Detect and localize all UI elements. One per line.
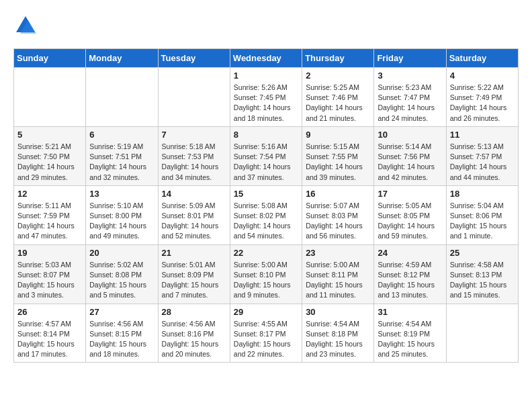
day-number: 22 (234, 248, 298, 258)
calendar-cell: 28Sunrise: 4:56 AMSunset: 8:16 PMDayligh… (158, 304, 230, 363)
calendar-cell: 19Sunrise: 5:03 AMSunset: 8:07 PMDayligh… (14, 244, 86, 304)
weekday-header: Thursday (302, 49, 374, 68)
day-info: Sunrise: 5:02 AMSunset: 8:08 PMDaylight:… (89, 260, 154, 301)
calendar-cell: 6Sunrise: 5:19 AMSunset: 7:51 PMDaylight… (86, 126, 158, 185)
day-number: 2 (306, 71, 370, 81)
calendar-cell: 29Sunrise: 4:55 AMSunset: 8:17 PMDayligh… (230, 304, 302, 363)
calendar-cell: 26Sunrise: 4:57 AMSunset: 8:14 PMDayligh… (14, 304, 86, 363)
calendar-cell: 14Sunrise: 5:09 AMSunset: 8:01 PMDayligh… (158, 185, 230, 244)
day-number: 26 (17, 307, 82, 317)
calendar-cell: 23Sunrise: 5:00 AMSunset: 8:11 PMDayligh… (302, 244, 374, 304)
calendar-cell: 27Sunrise: 4:56 AMSunset: 8:15 PMDayligh… (86, 304, 158, 363)
day-number: 9 (306, 130, 370, 140)
calendar-body: 1Sunrise: 5:26 AMSunset: 7:45 PMDaylight… (14, 68, 519, 363)
day-number: 19 (17, 248, 82, 258)
calendar-cell: 16Sunrise: 5:07 AMSunset: 8:03 PMDayligh… (302, 185, 374, 244)
logo (13, 13, 42, 38)
day-info: Sunrise: 5:23 AMSunset: 7:47 PMDaylight:… (378, 83, 442, 124)
day-number: 6 (89, 130, 154, 140)
day-number: 14 (162, 189, 226, 199)
day-number: 13 (89, 189, 154, 199)
day-number: 20 (89, 248, 154, 258)
day-info: Sunrise: 5:14 AMSunset: 7:56 PMDaylight:… (378, 142, 442, 183)
day-info: Sunrise: 5:15 AMSunset: 7:55 PMDaylight:… (306, 142, 370, 183)
calendar-cell (14, 68, 86, 127)
day-number: 24 (378, 248, 442, 258)
day-number: 31 (378, 307, 442, 317)
day-info: Sunrise: 5:10 AMSunset: 8:00 PMDaylight:… (89, 201, 154, 242)
day-number: 25 (450, 248, 515, 258)
day-info: Sunrise: 5:03 AMSunset: 8:07 PMDaylight:… (17, 260, 82, 301)
calendar-cell: 31Sunrise: 4:54 AMSunset: 8:19 PMDayligh… (374, 304, 446, 363)
weekday-header: Wednesday (230, 49, 302, 68)
day-info: Sunrise: 5:22 AMSunset: 7:49 PMDaylight:… (450, 83, 515, 124)
day-number: 15 (234, 189, 298, 199)
header (13, 13, 519, 38)
calendar-cell: 21Sunrise: 5:01 AMSunset: 8:09 PMDayligh… (158, 244, 230, 304)
day-number: 12 (17, 189, 82, 199)
day-info: Sunrise: 5:21 AMSunset: 7:50 PMDaylight:… (17, 142, 82, 183)
day-number: 30 (306, 307, 370, 317)
weekday-row: SundayMondayTuesdayWednesdayThursdayFrid… (14, 49, 519, 68)
day-number: 5 (17, 130, 82, 140)
day-info: Sunrise: 5:26 AMSunset: 7:45 PMDaylight:… (234, 83, 298, 124)
calendar-cell: 1Sunrise: 5:26 AMSunset: 7:45 PMDaylight… (230, 68, 302, 127)
calendar-cell: 2Sunrise: 5:25 AMSunset: 7:46 PMDaylight… (302, 68, 374, 127)
calendar-week: 5Sunrise: 5:21 AMSunset: 7:50 PMDaylight… (14, 126, 519, 185)
day-info: Sunrise: 5:07 AMSunset: 8:03 PMDaylight:… (306, 201, 370, 242)
calendar-cell: 7Sunrise: 5:18 AMSunset: 7:53 PMDaylight… (158, 126, 230, 185)
calendar-week: 26Sunrise: 4:57 AMSunset: 8:14 PMDayligh… (14, 304, 519, 363)
calendar-week: 19Sunrise: 5:03 AMSunset: 8:07 PMDayligh… (14, 244, 519, 304)
day-info: Sunrise: 4:56 AMSunset: 8:15 PMDaylight:… (89, 319, 154, 360)
day-number: 7 (162, 130, 226, 140)
day-info: Sunrise: 5:16 AMSunset: 7:54 PMDaylight:… (234, 142, 298, 183)
calendar-week: 1Sunrise: 5:26 AMSunset: 7:45 PMDaylight… (14, 68, 519, 127)
day-info: Sunrise: 5:19 AMSunset: 7:51 PMDaylight:… (89, 142, 154, 183)
day-info: Sunrise: 5:04 AMSunset: 8:06 PMDaylight:… (450, 201, 515, 242)
day-info: Sunrise: 4:54 AMSunset: 8:19 PMDaylight:… (378, 319, 442, 360)
day-number: 16 (306, 189, 370, 199)
day-number: 18 (450, 189, 515, 199)
calendar-cell: 8Sunrise: 5:16 AMSunset: 7:54 PMDaylight… (230, 126, 302, 185)
day-number: 28 (162, 307, 226, 317)
day-info: Sunrise: 5:13 AMSunset: 7:57 PMDaylight:… (450, 142, 515, 183)
calendar-cell: 30Sunrise: 4:54 AMSunset: 8:18 PMDayligh… (302, 304, 374, 363)
calendar-cell: 24Sunrise: 4:59 AMSunset: 8:12 PMDayligh… (374, 244, 446, 304)
day-info: Sunrise: 4:54 AMSunset: 8:18 PMDaylight:… (306, 319, 370, 360)
day-info: Sunrise: 4:59 AMSunset: 8:12 PMDaylight:… (378, 260, 442, 301)
calendar-cell: 22Sunrise: 5:00 AMSunset: 8:10 PMDayligh… (230, 244, 302, 304)
day-info: Sunrise: 5:08 AMSunset: 8:02 PMDaylight:… (234, 201, 298, 242)
calendar-week: 12Sunrise: 5:11 AMSunset: 7:59 PMDayligh… (14, 185, 519, 244)
day-info: Sunrise: 5:11 AMSunset: 7:59 PMDaylight:… (17, 201, 82, 242)
day-number: 1 (234, 71, 298, 81)
day-number: 11 (450, 130, 515, 140)
calendar-cell: 10Sunrise: 5:14 AMSunset: 7:56 PMDayligh… (374, 126, 446, 185)
calendar-cell: 25Sunrise: 4:58 AMSunset: 8:13 PMDayligh… (446, 244, 518, 304)
weekday-header: Tuesday (158, 49, 230, 68)
day-number: 10 (378, 130, 442, 140)
day-number: 27 (89, 307, 154, 317)
calendar-cell: 12Sunrise: 5:11 AMSunset: 7:59 PMDayligh… (14, 185, 86, 244)
day-info: Sunrise: 5:18 AMSunset: 7:53 PMDaylight:… (162, 142, 226, 183)
calendar-header: SundayMondayTuesdayWednesdayThursdayFrid… (14, 49, 519, 68)
calendar-cell: 17Sunrise: 5:05 AMSunset: 8:05 PMDayligh… (374, 185, 446, 244)
weekday-header: Friday (374, 49, 446, 68)
day-info: Sunrise: 5:09 AMSunset: 8:01 PMDaylight:… (162, 201, 226, 242)
calendar-cell: 20Sunrise: 5:02 AMSunset: 8:08 PMDayligh… (86, 244, 158, 304)
day-info: Sunrise: 4:58 AMSunset: 8:13 PMDaylight:… (450, 260, 515, 301)
day-info: Sunrise: 4:56 AMSunset: 8:16 PMDaylight:… (162, 319, 226, 360)
calendar-cell: 5Sunrise: 5:21 AMSunset: 7:50 PMDaylight… (14, 126, 86, 185)
page: SundayMondayTuesdayWednesdayThursdayFrid… (0, 0, 532, 376)
day-info: Sunrise: 5:05 AMSunset: 8:05 PMDaylight:… (378, 201, 442, 242)
day-info: Sunrise: 5:25 AMSunset: 7:46 PMDaylight:… (306, 83, 370, 124)
day-info: Sunrise: 5:00 AMSunset: 8:10 PMDaylight:… (234, 260, 298, 301)
weekday-header: Saturday (446, 49, 518, 68)
day-info: Sunrise: 5:00 AMSunset: 8:11 PMDaylight:… (306, 260, 370, 301)
day-info: Sunrise: 4:55 AMSunset: 8:17 PMDaylight:… (234, 319, 298, 360)
calendar-cell (158, 68, 230, 127)
calendar-cell: 15Sunrise: 5:08 AMSunset: 8:02 PMDayligh… (230, 185, 302, 244)
calendar-cell: 4Sunrise: 5:22 AMSunset: 7:49 PMDaylight… (446, 68, 518, 127)
day-number: 3 (378, 71, 442, 81)
calendar: SundayMondayTuesdayWednesdayThursdayFrid… (13, 48, 519, 363)
day-number: 17 (378, 189, 442, 199)
